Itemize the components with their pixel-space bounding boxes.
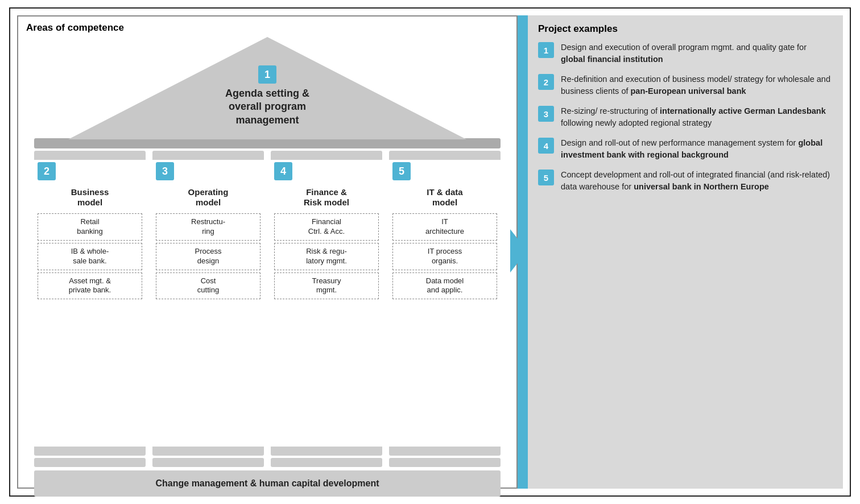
column-3: 4 Finance &Risk model FinancialCtrl. & A… (271, 151, 382, 456)
column-1: 2 Businessmodel Retailbanking IB & whole… (34, 151, 146, 456)
bottom-caps-row (34, 458, 501, 467)
col2-subbox-2: Processdesign (156, 243, 261, 270)
column-4: 5 IT & datamodel ITarchitecture IT proce… (389, 151, 501, 456)
col1-subbox-1: Retailbanking (38, 213, 142, 241)
col4-cap-top (389, 151, 501, 160)
left-panel: Areas of competence 1 Agenda setting &ov… (17, 15, 518, 489)
building-diagram: 1 Agenda setting &overall programmanagem… (24, 37, 511, 497)
col1-subbox-3: Asset mgt. &private bank. (38, 272, 142, 300)
col4-subbox-1: ITarchitecture (392, 213, 497, 241)
project-badge-2: 2 (538, 74, 554, 90)
col3-cap-bottom (271, 447, 382, 456)
project-badge-1: 1 (538, 42, 554, 58)
col3-title: Finance &Risk model (304, 187, 349, 208)
col2-cap-bottom (152, 447, 264, 456)
project-item-3: 3 Re-sizing/ re-structuring of internati… (538, 105, 833, 129)
col2-inner: 3 Operatingmodel Restructu-ring Processd… (152, 160, 264, 447)
project-text-4: Design and roll-out of new performance m… (561, 137, 833, 161)
col2-subbox-3: Costcutting (156, 272, 261, 300)
col4-inner: 5 IT & datamodel ITarchitecture IT proce… (389, 160, 501, 447)
roof-text: Agenda setting &overall programmanagemen… (225, 87, 309, 127)
col3-cap-top (271, 151, 382, 160)
col1-cap-bottom (34, 447, 146, 456)
project-item-4: 4 Design and roll-out of new performance… (538, 137, 833, 161)
col2-cap-top (152, 151, 264, 160)
column-2: 3 Operatingmodel Restructu-ring Processd… (152, 151, 264, 456)
project-text-3: Re-sizing/ re-structuring of internation… (561, 105, 833, 129)
horizontal-bar-top (34, 138, 501, 148)
roof-section: 1 Agenda setting &overall programmanagem… (24, 37, 511, 148)
roof-content: 1 Agenda setting &overall programmanagem… (68, 65, 466, 127)
project-text-5: Concept development and roll-out of inte… (561, 169, 833, 193)
col4-subbox-3: Data modeland applic. (392, 272, 497, 300)
arrow-icon (510, 229, 535, 272)
col4-title: IT & datamodel (427, 187, 462, 208)
roof-triangle-wrapper: 1 Agenda setting &overall programmanagem… (68, 37, 466, 139)
project-item-5: 5 Concept development and roll-out of in… (538, 169, 833, 193)
change-mgmt-bar: Change management & human capital develo… (34, 470, 501, 497)
col4-cap-bottom (389, 447, 501, 456)
col2-subbox-1: Restructu-ring (156, 213, 261, 241)
col4-subbox-2: IT processorganis. (392, 243, 497, 270)
svg-marker-0 (510, 229, 527, 272)
col3-inner: 4 Finance &Risk model FinancialCtrl. & A… (271, 160, 382, 447)
col1-cap-top (34, 151, 146, 160)
col1-badge: 2 (38, 162, 56, 180)
project-text-1: Design and execution of overall program … (561, 42, 833, 65)
col1-title: Businessmodel (71, 187, 109, 208)
col4-badge: 5 (392, 162, 411, 180)
project-badge-5: 5 (538, 170, 554, 185)
col3-subbox-3: Treasurymgmt. (274, 272, 379, 300)
col2-title: Operatingmodel (188, 187, 229, 208)
bottom-cap-4 (389, 458, 501, 467)
project-item-2: 2 Re-definition and execution of busines… (538, 73, 833, 97)
project-item-1: 1 Design and execution of overall progra… (538, 42, 833, 65)
col3-subbox-2: Risk & regu-latory mgmt. (274, 243, 379, 270)
bottom-section: Change management & human capital develo… (34, 458, 501, 497)
left-panel-title: Areas of competence (24, 22, 511, 34)
right-panel-title: Project examples (538, 23, 833, 35)
project-badge-4: 4 (538, 138, 554, 154)
columns-section: 2 Businessmodel Retailbanking IB & whole… (34, 151, 501, 456)
project-badge-3: 3 (538, 106, 554, 122)
col3-badge: 4 (274, 162, 292, 180)
right-panel: Project examples 1 Design and execution … (528, 15, 843, 489)
project-text-2: Re-definition and execution of business … (561, 73, 833, 97)
roof-badge: 1 (258, 65, 276, 84)
bottom-cap-1 (34, 458, 146, 467)
main-container: Areas of competence 1 Agenda setting &ov… (9, 7, 851, 497)
bottom-cap-2 (152, 458, 264, 467)
col3-subbox-1: FinancialCtrl. & Acc. (274, 213, 379, 241)
col1-inner: 2 Businessmodel Retailbanking IB & whole… (34, 160, 146, 447)
bottom-cap-3 (271, 458, 382, 467)
col2-badge: 3 (156, 162, 174, 180)
col1-subbox-2: IB & whole-sale bank. (38, 243, 142, 270)
